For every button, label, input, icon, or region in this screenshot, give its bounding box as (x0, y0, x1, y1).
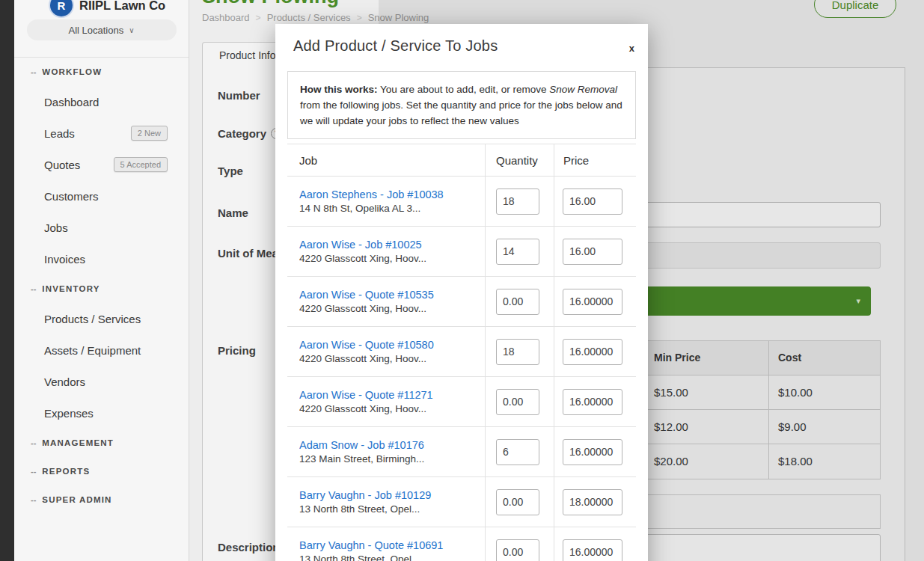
nav-item-label: Jobs (44, 221, 68, 234)
section-header-super-admin[interactable]: -- SUPER ADMIN (14, 485, 189, 514)
type-label: Type (218, 165, 243, 177)
quantity-input[interactable] (496, 339, 539, 365)
section-label: REPORTS (42, 467, 90, 476)
price-input[interactable] (563, 188, 622, 215)
sidebar-rail (0, 0, 14, 561)
modal-header: Add Product / Service To Jobs x (275, 24, 648, 65)
job-link[interactable]: Barry Vaughn - Job #10129 (299, 489, 477, 501)
app: R RIIPL Lawn Co All Locations ∨ -- WORKF… (0, 0, 924, 561)
close-icon[interactable]: x (629, 43, 634, 53)
breadcrumb-products-services[interactable]: Products / Services (267, 12, 351, 23)
price-input[interactable] (563, 239, 622, 265)
sidebar-item-customers[interactable]: Customers (14, 180, 189, 212)
quantity-input[interactable] (496, 389, 539, 415)
company-logo-icon: R (50, 0, 73, 16)
price-input[interactable] (563, 289, 622, 315)
job-link[interactable]: Barry Vaughn - Quote #10691 (299, 539, 477, 551)
job-row: Aaron Wise - Quote #10535 4220 Glasscott… (287, 277, 636, 327)
quantity-input[interactable] (496, 439, 539, 465)
section-dash-icon: -- (31, 67, 36, 76)
job-link[interactable]: Adam Snow - Job #10176 (299, 439, 477, 451)
job-row: Barry Vaughn - Job #10129 13 North 8th S… (287, 477, 636, 527)
job-address: 123 Main Street, Birmingh... (299, 453, 477, 465)
job-row: Aaron Wise - Quote #11271 4220 Glasscott… (287, 377, 636, 427)
page-title: Snow Plowing (202, 0, 339, 8)
quantity-input[interactable] (496, 239, 539, 265)
job-address: 14 N 8th St, Opelika AL 3... (299, 203, 477, 214)
nav-item-label: Products / Services (44, 313, 141, 325)
sidebar-item-jobs[interactable]: Jobs (14, 212, 189, 243)
job-row: Aaron Wise - Job #10025 4220 Glasscott X… (287, 227, 636, 277)
sidebar-item-expenses[interactable]: Expenses (14, 397, 189, 429)
sidebar-body: R RIIPL Lawn Co All Locations ∨ -- WORKF… (14, 0, 189, 561)
section-header-inventory[interactable]: -- INVENTORY (14, 275, 189, 303)
quantity-input[interactable] (496, 289, 539, 315)
job-link[interactable]: Aaron Wise - Quote #10535 (299, 289, 477, 301)
section-label: INVENTORY (42, 284, 100, 293)
column-header-price: Price (554, 144, 636, 176)
location-selector[interactable]: All Locations ∨ (27, 19, 177, 40)
job-row: Aaron Stephens - Job #10038 14 N 8th St,… (287, 177, 636, 227)
quantity-input[interactable] (496, 539, 539, 561)
company-logo[interactable]: R RIIPL Lawn Co (14, 0, 189, 19)
section-label: WORKFLOW (42, 67, 102, 76)
job-row: Adam Snow - Job #10176 123 Main Street, … (287, 427, 636, 477)
quantity-input[interactable] (496, 188, 539, 215)
min-price-cell: $20.00 (645, 444, 769, 479)
price-input[interactable] (563, 339, 622, 365)
job-link[interactable]: Aaron Wise - Quote #10580 (299, 339, 477, 351)
product-name: Snow Removal (549, 84, 617, 95)
number-label: Number (218, 89, 260, 102)
sidebar-item-vendors[interactable]: Vendors (14, 366, 189, 397)
modal-title: Add Product / Service To Jobs (293, 37, 630, 55)
company-name: RIIPL Lawn Co (79, 0, 165, 13)
job-row: Barry Vaughn - Quote #10691 13 North 8th… (287, 527, 636, 561)
jobs-table-header: Job Quantity Price (287, 144, 636, 177)
job-address: 13 North 8th Street, Opel... (299, 554, 477, 561)
nav-item-label: Assets / Equipment (44, 344, 141, 357)
label-text: Category (218, 127, 266, 140)
price-input[interactable] (563, 439, 622, 465)
breadcrumb-separator: > (256, 13, 261, 23)
section-header-workflow[interactable]: -- WORKFLOW (14, 58, 189, 86)
sidebar-item-invoices[interactable]: Invoices (14, 243, 189, 275)
duplicate-button[interactable]: Duplicate (814, 0, 896, 18)
chevron-down-icon: ∨ (129, 26, 134, 34)
section-header-reports[interactable]: -- REPORTS (14, 457, 189, 485)
job-address: 4220 Glasscott Xing, Hoov... (299, 403, 477, 414)
breadcrumb-dashboard[interactable]: Dashboard (202, 12, 250, 23)
section-dash-icon: -- (31, 495, 36, 504)
sidebar-item-quotes[interactable]: Quotes 5 Accepted (14, 149, 189, 180)
price-input[interactable] (563, 389, 622, 415)
breadcrumb-separator: > (357, 13, 362, 23)
pricing-col-min-price: Min Price (645, 341, 769, 375)
section-header-management[interactable]: -- MANAGEMENT (14, 429, 189, 457)
sidebar-item-products-services[interactable]: Products / Services (14, 303, 189, 334)
nav-item-label: Customers (44, 190, 99, 203)
category-label: Category ? (218, 127, 282, 140)
job-row: Aaron Wise - Quote #10580 4220 Glasscott… (287, 327, 636, 377)
nav-item-label: Leads (44, 127, 75, 140)
price-input[interactable] (563, 539, 622, 561)
quantity-input[interactable] (496, 489, 539, 515)
label-text: Description (218, 541, 280, 554)
job-link[interactable]: Aaron Stephens - Job #10038 (299, 188, 477, 200)
sidebar-nav: -- WORKFLOW Dashboard Leads 2 New Quotes… (14, 58, 189, 514)
nav-item-label: Expenses (44, 407, 94, 420)
nav-item-label: Vendors (44, 375, 85, 388)
sidebar-item-dashboard[interactable]: Dashboard (14, 86, 189, 117)
min-price-cell: $15.00 (645, 375, 769, 410)
sidebar: R RIIPL Lawn Co All Locations ∨ -- WORKF… (0, 0, 189, 561)
sidebar-item-assets-equipment[interactable]: Assets / Equipment (14, 334, 189, 366)
cost-cell: $9.00 (769, 410, 880, 444)
add-product-to-jobs-modal: Add Product / Service To Jobs x How this… (275, 24, 648, 561)
price-input[interactable] (563, 489, 622, 515)
description-label: Description (218, 541, 280, 554)
name-label: Name (218, 206, 248, 219)
job-link[interactable]: Aaron Wise - Quote #11271 (299, 389, 477, 401)
label-text: Pricing (218, 344, 256, 357)
sidebar-item-leads[interactable]: Leads 2 New (14, 117, 189, 149)
job-link[interactable]: Aaron Wise - Job #10025 (299, 239, 477, 251)
info-text-before: You are about to add, edit, or remove (378, 84, 550, 95)
quotes-badge: 5 Accepted (114, 157, 168, 172)
